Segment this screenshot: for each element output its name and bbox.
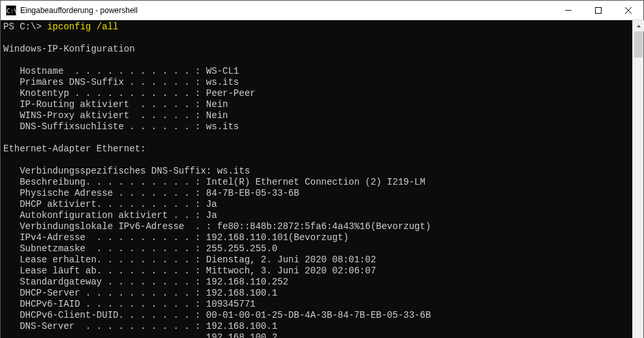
- adapter-line: Verbindungsspezifisches DNS-Suffix: ws.i…: [3, 166, 250, 176]
- adapter-line: Verbindungslokale IPv6-Adresse . : fe80:…: [3, 221, 431, 232]
- config-line: Knotentyp . . . . . . . . . . . : Peer-P…: [3, 88, 255, 99]
- adapter-line: Lease läuft ab. . . . . . . . . : Mittwo…: [3, 266, 376, 276]
- scrollbar-thumb[interactable]: [634, 31, 643, 57]
- adapter-line: Beschreibung. . . . . . . . . . : Intel(…: [3, 177, 425, 187]
- adapter-line: DHCPv6-IAID . . . . . . . . . . : 109345…: [3, 299, 255, 309]
- adapter-line: Standardgateway . . . . . . . . : 192.16…: [3, 277, 288, 287]
- vertical-scrollbar[interactable]: [632, 20, 643, 338]
- config-line: IP-Routing aktiviert . . . . . : Nein: [3, 99, 228, 110]
- command-text: ipconfig /all: [47, 22, 118, 32]
- config-line: DNS-Suffixsuchliste . . . . . . : ws.its: [3, 121, 239, 132]
- close-icon: [625, 7, 632, 14]
- adapter-line: DHCP aktiviert. . . . . . . . . : Ja: [3, 199, 217, 209]
- minimize-button[interactable]: [553, 1, 583, 20]
- app-icon: C:\: [6, 5, 16, 16]
- adapter-line: Physische Adresse . . . . . . . : 84-7B-…: [3, 188, 299, 198]
- adapter-line: Autokonfiguration aktiviert . . : Ja: [3, 210, 217, 221]
- adapter-line: DHCP-Server . . . . . . . . . . : 192.16…: [3, 288, 277, 298]
- maximize-button[interactable]: [583, 1, 613, 20]
- prompt-text: PS C:\>: [3, 22, 47, 32]
- titlebar[interactable]: C:\ Eingabeaufforderung - powershell: [1, 1, 643, 20]
- adapter-line: DNS-Server . . . . . . . . . . : 192.168…: [3, 321, 277, 331]
- adapter-line: DHCPv6-Client-DUID. . . . . . . : 00-01-…: [3, 310, 431, 320]
- scrollbar-up-button[interactable]: [633, 20, 644, 31]
- adapter-line: Lease erhalten. . . . . . . . . : Dienst…: [3, 254, 376, 265]
- adapter-header: Ethernet-Adapter Ethernet:: [3, 144, 146, 154]
- svg-marker-4: [637, 25, 641, 27]
- section-header: Windows-IP-Konfiguration: [3, 44, 135, 54]
- config-line: Hostname . . . . . . . . . . . : WS-CL1: [3, 66, 239, 76]
- close-button[interactable]: [613, 1, 643, 20]
- command-prompt-window: C:\ Eingabeaufforderung - powershell PS …: [0, 0, 644, 338]
- adapter-line: IPv4-Adresse . . . . . . . . . : 192.168…: [3, 232, 348, 243]
- maximize-icon: [595, 7, 602, 14]
- config-line: WINS-Proxy aktiviert . . . . . : Nein: [3, 110, 228, 121]
- config-line: Primäres DNS-Suffix . . . . . . : ws.its: [3, 77, 239, 87]
- adapter-line: 192.168.100.2: [3, 332, 277, 338]
- minimize-icon: [565, 7, 572, 14]
- console-output[interactable]: PS C:\> ipconfig /all Windows-IP-Konfigu…: [1, 20, 632, 338]
- console-area: PS C:\> ipconfig /all Windows-IP-Konfigu…: [1, 20, 643, 338]
- chevron-up-icon: [636, 23, 641, 29]
- window-title: Eingabeaufforderung - powershell: [20, 6, 138, 15]
- adapter-line: Subnetzmaske . . . . . . . . . : 255.255…: [3, 243, 277, 254]
- svg-rect-1: [596, 7, 602, 13]
